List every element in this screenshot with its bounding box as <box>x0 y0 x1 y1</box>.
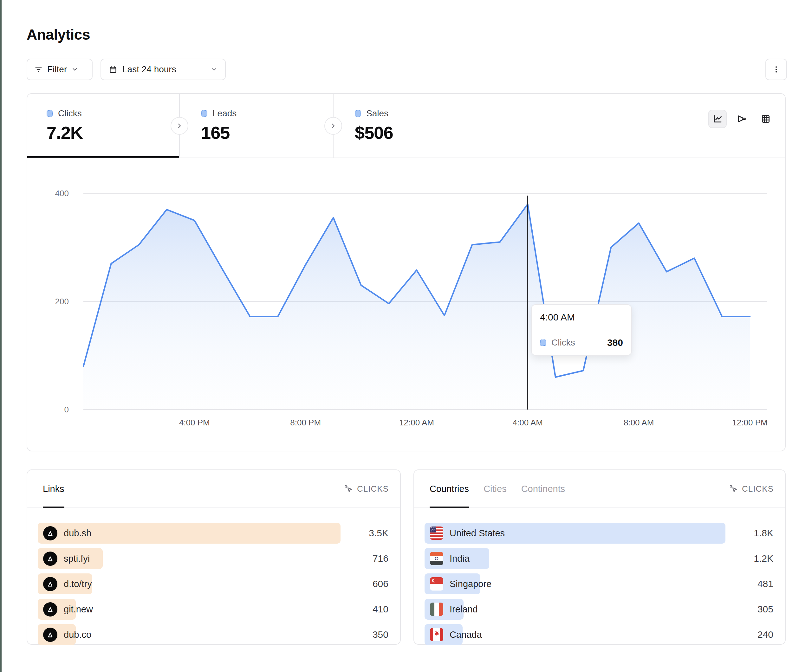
expand-stat-button[interactable] <box>171 117 188 135</box>
stat-value: 7.2K <box>47 122 179 143</box>
tooltip-value: 380 <box>607 337 623 348</box>
stat-head: Leads <box>201 108 333 119</box>
link-row[interactable]: dub.sh3.5K <box>38 523 390 544</box>
x-axis-label: 12:00 PM <box>732 418 767 427</box>
link-row[interactable]: d.to/try606 <box>38 573 390 594</box>
tab-countries[interactable]: Countries <box>430 470 469 508</box>
country-row[interactable]: India1.2K <box>425 548 774 569</box>
row-content: Ireland <box>425 599 478 620</box>
tooltip-row: Clicks 380 <box>532 330 631 355</box>
cursor-click-icon <box>728 484 738 493</box>
sales-legend-swatch <box>355 110 361 117</box>
tab-links[interactable]: Links <box>43 470 64 508</box>
row-content: India <box>425 548 469 569</box>
row-content: dub.co <box>38 624 91 645</box>
countries-rows: United States1.8KIndia1.2KSingapore481Ir… <box>425 523 774 650</box>
leads-legend-swatch <box>201 110 207 117</box>
country-value: 240 <box>757 624 773 645</box>
tooltip-series-label: Clicks <box>551 338 575 348</box>
country-row[interactable]: Singapore481 <box>425 573 774 594</box>
row-content: Singapore <box>425 573 491 594</box>
country-value: 305 <box>757 599 773 620</box>
chevron-right-icon <box>176 122 183 130</box>
x-axis-label: 8:00 PM <box>290 418 321 427</box>
kebab-menu-icon <box>772 65 780 73</box>
link-row[interactable]: git.new410 <box>38 599 390 620</box>
line-chart-icon <box>712 113 723 124</box>
expand-stat-button[interactable] <box>324 117 342 135</box>
country-label: Canada <box>450 629 482 640</box>
stat-label: Leads <box>212 108 237 119</box>
stat-head: Clicks <box>47 108 179 119</box>
links-rows: dub.sh3.5Kspti.fyi716d.to/try606git.new4… <box>38 523 390 650</box>
link-value: 716 <box>372 548 388 569</box>
countries-panel: CountriesCitiesContinents CLICKS United … <box>413 469 786 645</box>
y-axis-label: 400 <box>55 189 69 198</box>
country-label: India <box>450 553 469 564</box>
country-row[interactable]: United States1.8K <box>425 523 774 544</box>
link-value: 3.5K <box>369 523 388 544</box>
link-label: spti.fyi <box>64 553 90 564</box>
filter-lines-icon <box>34 65 43 74</box>
links-panel-header: Links CLICKS <box>27 470 400 508</box>
date-range-button[interactable]: Last 24 hours <box>101 59 226 80</box>
chart-tooltip: 4:00 AM Clicks 380 <box>531 304 632 356</box>
dub-logo-icon <box>43 602 57 617</box>
country-value: 1.8K <box>754 523 773 544</box>
country-value: 481 <box>757 573 773 594</box>
link-label: dub.sh <box>64 528 91 539</box>
tooltip-time: 4:00 AM <box>532 305 631 330</box>
country-row[interactable]: Ireland305 <box>425 599 774 620</box>
filter-button-label: Filter <box>47 64 67 75</box>
stat-tab-clicks[interactable]: Clicks7.2K <box>27 94 179 157</box>
funnel-chart-toggle-button[interactable] <box>732 110 751 128</box>
link-label: git.new <box>64 604 93 615</box>
x-axis-label: 8:00 AM <box>624 418 654 427</box>
filter-button[interactable]: Filter <box>27 59 92 80</box>
tab-cities[interactable]: Cities <box>483 470 507 508</box>
window-edge-strip <box>0 0 2 672</box>
tab-continents[interactable]: Continents <box>521 470 565 508</box>
countries-metric-switch[interactable]: CLICKS <box>728 484 774 494</box>
x-axis-label: 12:00 AM <box>399 418 434 427</box>
row-content: d.to/try <box>38 573 92 594</box>
stat-tab-leads[interactable]: Leads165 <box>179 94 333 157</box>
countries-metric-label: CLICKS <box>742 484 774 494</box>
stat-label: Clicks <box>58 108 82 119</box>
row-content: spti.fyi <box>38 548 90 569</box>
links-metric-label: CLICKS <box>357 484 389 494</box>
line-chart-toggle-button[interactable] <box>708 110 727 128</box>
country-label: United States <box>450 528 505 539</box>
row-content: Canada <box>425 624 482 645</box>
dub-logo-icon <box>43 526 57 541</box>
dub-logo-icon <box>43 628 57 642</box>
stat-value: 165 <box>201 122 333 143</box>
analytics-page: Analytics Filter Last 24 hours Clicks7.2… <box>0 0 812 672</box>
link-row[interactable]: spti.fyi716 <box>38 548 390 569</box>
link-label: dub.co <box>64 629 91 640</box>
x-axis-label: 4:00 PM <box>179 418 210 427</box>
chart-view-toggles <box>708 110 775 128</box>
clicks-legend-swatch <box>47 110 53 117</box>
calendar-icon <box>109 65 117 74</box>
link-label: d.to/try <box>64 579 92 589</box>
links-metric-switch[interactable]: CLICKS <box>344 484 389 494</box>
chevron-down-icon <box>210 66 218 73</box>
link-value: 350 <box>372 624 388 645</box>
country-row[interactable]: Canada240 <box>425 624 774 645</box>
y-axis-label: 200 <box>55 297 69 306</box>
links-panel: Links CLICKS dub.sh3.5Kspti.fyi716d.to/t… <box>27 469 401 645</box>
date-range-label: Last 24 hours <box>123 64 176 75</box>
analytics-card: Clicks7.2KLeads165Sales$506 02004004:00 … <box>27 93 786 451</box>
chevron-down-icon <box>71 66 78 73</box>
link-row[interactable]: dub.co350 <box>38 624 390 645</box>
more-options-button[interactable] <box>765 59 787 80</box>
country-label: Singapore <box>450 579 491 589</box>
clicks-chart[interactable]: 02004004:00 PM8:00 PM12:00 AM4:00 AM8:00… <box>27 158 785 451</box>
dub-logo-icon <box>43 577 57 591</box>
flag-ie-icon <box>430 602 443 616</box>
link-value: 606 <box>372 573 388 594</box>
table-grid-toggle-button[interactable] <box>757 110 775 128</box>
stat-label: Sales <box>366 108 388 119</box>
page-title: Analytics <box>27 26 90 43</box>
